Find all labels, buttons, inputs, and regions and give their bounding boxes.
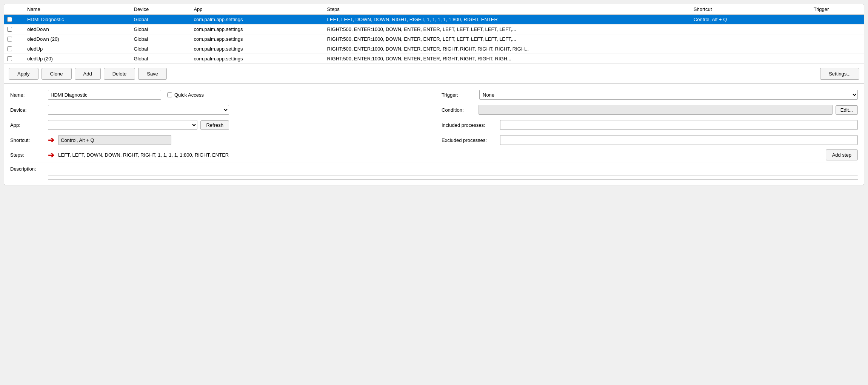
shortcut-label: Shortcut: <box>10 137 44 143</box>
name-row: Name: Quick Access <box>10 89 426 100</box>
row-checkbox[interactable] <box>7 37 12 42</box>
table-cell: com.palm.app.settings <box>191 15 324 25</box>
table-cell: RIGHT:500, ENTER:1000, DOWN, ENTER, ENTE… <box>324 25 691 34</box>
add-button[interactable]: Add <box>75 68 101 80</box>
table-cell: RIGHT:500, ENTER:1000, DOWN, ENTER, ENTE… <box>324 54 691 64</box>
edit-button[interactable]: Edit... <box>836 105 858 115</box>
action-bar: Apply Clone Add Delete Save Settings... <box>4 64 864 84</box>
name-input-wrap: Quick Access <box>48 90 426 100</box>
device-select[interactable] <box>48 105 229 115</box>
app-label: App: <box>10 122 44 128</box>
save-button[interactable]: Save <box>138 68 167 80</box>
table-cell <box>811 34 864 44</box>
table-cell: RIGHT:500, ENTER:1000, DOWN, ENTER, ENTE… <box>324 44 691 54</box>
shortcut-arrow-icon: ➔ <box>48 136 54 145</box>
col-device-header: Device <box>131 4 191 15</box>
description-section: Description: <box>10 166 858 180</box>
col-shortcut-header: Shortcut <box>691 4 811 15</box>
quick-access-row: Quick Access <box>167 92 204 98</box>
table-cell: oledUp <box>24 44 131 54</box>
steps-arrow-icon: ➔ <box>48 151 54 160</box>
included-processes-label: Included processes: <box>442 122 496 128</box>
table-cell <box>811 15 864 25</box>
row-checkbox[interactable] <box>7 27 12 32</box>
quick-access-label: Quick Access <box>174 92 204 98</box>
excluded-processes-input[interactable] <box>500 135 858 145</box>
description-area <box>48 166 858 180</box>
description-label: Description: <box>10 166 44 172</box>
name-input[interactable] <box>48 90 161 100</box>
table-cell <box>691 44 811 54</box>
row-checkbox[interactable] <box>7 56 12 61</box>
steps-label: Steps: <box>10 152 44 158</box>
table-row[interactable]: HDMI DiagnosticGlobalcom.palm.app.settin… <box>4 15 864 25</box>
table-cell <box>691 25 811 34</box>
table-cell <box>811 54 864 64</box>
row-checkbox[interactable] <box>7 46 12 51</box>
description-input[interactable] <box>48 166 858 176</box>
table-cell: com.palm.app.settings <box>191 25 324 34</box>
table-row[interactable]: oledDown (20)Globalcom.palm.app.settings… <box>4 34 864 44</box>
row-checkbox[interactable] <box>7 17 12 22</box>
delete-button[interactable]: Delete <box>104 68 135 80</box>
clone-button[interactable]: Clone <box>42 68 72 80</box>
table-cell: Global <box>131 15 191 25</box>
included-processes-row: Included processes: <box>442 119 858 131</box>
table-cell: com.palm.app.settings <box>191 54 324 64</box>
form-bottom: Steps: ➔ LEFT, LEFT, DOWN, DOWN, RIGHT, … <box>4 146 864 185</box>
col-name-header: Name <box>24 4 131 15</box>
table-cell <box>691 34 811 44</box>
col-app-header: App <box>191 4 324 15</box>
trigger-label: Trigger: <box>442 92 476 98</box>
table-cell: com.palm.app.settings <box>191 34 324 44</box>
condition-input[interactable] <box>479 105 833 115</box>
col-check-header <box>4 4 24 15</box>
table-cell: oledDown (20) <box>24 34 131 44</box>
app-input-wrap: Refresh <box>48 120 229 130</box>
included-processes-input[interactable] <box>500 120 858 130</box>
table-cell: RIGHT:500, ENTER:1000, DOWN, ENTER, ENTE… <box>324 34 691 44</box>
table-cell: Control, Alt + Q <box>691 15 811 25</box>
steps-section: Steps: ➔ LEFT, LEFT, DOWN, DOWN, RIGHT, … <box>10 149 858 163</box>
add-step-button[interactable]: Add step <box>826 149 858 160</box>
app-row: App: Refresh <box>10 119 426 131</box>
table-cell: Global <box>131 34 191 44</box>
excluded-processes-row: Excluded processes: <box>442 134 858 146</box>
table-cell: Global <box>131 44 191 54</box>
table-cell: Global <box>131 54 191 64</box>
table-row[interactable]: oledUpGlobalcom.palm.app.settingsRIGHT:5… <box>4 44 864 54</box>
table-cell: oledUp (20) <box>24 54 131 64</box>
col-trigger-header: Trigger <box>811 4 864 15</box>
name-label: Name: <box>10 92 44 98</box>
condition-row: Condition: Edit... <box>442 104 858 116</box>
steps-value: LEFT, LEFT, DOWN, DOWN, RIGHT, RIGHT, 1,… <box>58 152 822 158</box>
table-row[interactable]: oledDownGlobalcom.palm.app.settingsRIGHT… <box>4 25 864 34</box>
macro-table: Name Device App Steps Shortcut Trigger H… <box>4 4 864 64</box>
form-right: Trigger: None Condition: Edit... Include… <box>442 89 858 146</box>
table-section: Name Device App Steps Shortcut Trigger H… <box>4 4 864 64</box>
form-body: Name: Quick Access Device: App: <box>4 84 864 146</box>
table-cell <box>691 54 811 64</box>
trigger-row: Trigger: None <box>442 89 858 100</box>
trigger-select[interactable]: None <box>479 90 858 100</box>
shortcut-input[interactable] <box>58 135 171 145</box>
main-container: Name Device App Steps Shortcut Trigger H… <box>4 4 864 185</box>
table-cell: oledDown <box>24 25 131 34</box>
col-steps-header: Steps <box>324 4 691 15</box>
device-row: Device: <box>10 104 426 116</box>
table-cell: LEFT, LEFT, DOWN, DOWN, RIGHT, RIGHT, 1,… <box>324 15 691 25</box>
form-left: Name: Quick Access Device: App: <box>10 89 426 146</box>
condition-label: Condition: <box>442 107 476 113</box>
app-select[interactable] <box>48 120 197 130</box>
table-cell: com.palm.app.settings <box>191 44 324 54</box>
quick-access-checkbox[interactable] <box>167 92 172 97</box>
table-cell: Global <box>131 25 191 34</box>
excluded-processes-label: Excluded processes: <box>442 137 496 143</box>
settings-button[interactable]: Settings... <box>820 68 859 80</box>
table-row[interactable]: oledUp (20)Globalcom.palm.app.settingsRI… <box>4 54 864 64</box>
table-cell <box>811 44 864 54</box>
table-cell: HDMI Diagnostic <box>24 15 131 25</box>
device-label: Device: <box>10 107 44 113</box>
refresh-button[interactable]: Refresh <box>200 120 229 130</box>
apply-button[interactable]: Apply <box>9 68 38 80</box>
